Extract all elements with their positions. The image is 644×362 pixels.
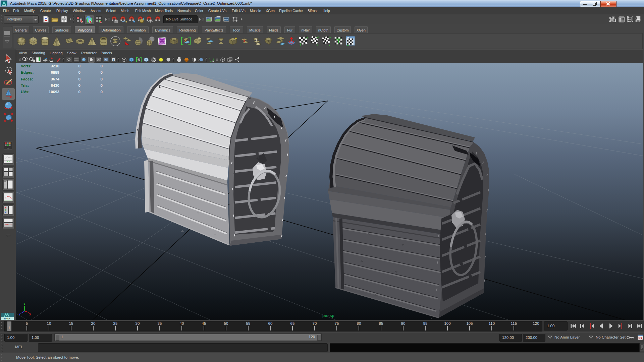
svg-text:Tris:: Tris:: [21, 83, 29, 87]
svg-text:Verts:: Verts:: [21, 64, 32, 68]
svg-text:persp: persp: [322, 314, 334, 318]
svg-text:3210: 3210: [51, 64, 59, 68]
svg-text:0: 0: [78, 64, 80, 68]
svg-text:6430: 6430: [51, 83, 59, 87]
svg-text:0: 0: [101, 64, 103, 68]
svg-text:10693: 10693: [49, 90, 59, 94]
svg-text:IPR: IPR: [224, 18, 228, 21]
svg-text:6889: 6889: [51, 70, 59, 74]
svg-text:0: 0: [78, 83, 80, 87]
svg-text:z: z: [19, 312, 21, 316]
svg-text:Faces:: Faces:: [21, 77, 33, 81]
svg-text:x: x: [29, 312, 31, 316]
svg-text:MAYA: MAYA: [4, 317, 10, 320]
svg-text:UVs:: UVs:: [21, 90, 30, 94]
svg-text:3674: 3674: [51, 77, 59, 81]
svg-text:0: 0: [101, 90, 103, 94]
svg-text:y: y: [23, 302, 25, 305]
svg-text:Edges:: Edges:: [21, 70, 34, 74]
svg-text:0: 0: [101, 77, 103, 81]
svg-text:0: 0: [101, 83, 103, 87]
svg-text:0: 0: [78, 77, 80, 81]
svg-text:0: 0: [101, 70, 103, 74]
svg-text:T: T: [112, 58, 114, 61]
svg-text:0: 0: [78, 70, 80, 74]
svg-text:0: 0: [78, 90, 80, 94]
